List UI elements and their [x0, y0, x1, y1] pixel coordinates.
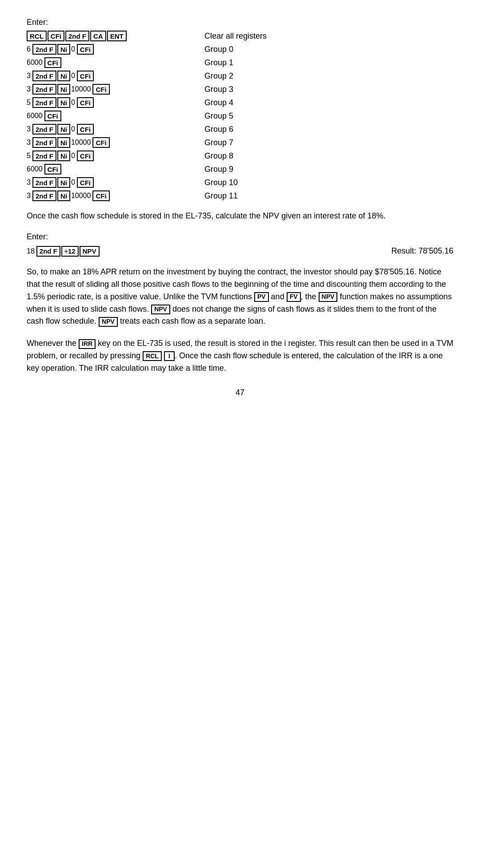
calculator-key: Ni	[57, 71, 70, 81]
calculator-key: CFi	[44, 111, 61, 121]
paragraph-2: So, to make an 18% APR return on the inv…	[27, 266, 453, 328]
key-row-left: 3 2nd FNi10000 CFi	[27, 190, 178, 201]
group-label: Group 5	[204, 111, 233, 121]
calculator-key: 2nd F	[36, 246, 60, 257]
group-label: Group 1	[204, 58, 233, 67]
number-value: 18	[27, 247, 35, 255]
key-row: 3 2nd FNi0 CFiGroup 2	[27, 71, 453, 81]
number-value: 10000	[71, 85, 91, 93]
group-label: Group 7	[204, 138, 233, 147]
calculator-key: 2nd F	[32, 44, 56, 55]
key-row-left: 6 2nd FNi0 CFi	[27, 44, 178, 55]
calculator-key: CFi	[44, 57, 61, 68]
rcl-key-inline: RCL	[143, 351, 162, 361]
number-value: 0	[71, 178, 75, 186]
key-row-left: 3 2nd FNi10000 CFi	[27, 137, 178, 148]
number-value: 3	[27, 178, 31, 186]
enter-label: Enter:	[27, 18, 453, 27]
number-value: 0	[71, 125, 75, 133]
irr-key-inline: IRR	[79, 339, 96, 349]
group-label: Group 0	[204, 45, 233, 54]
number-value: 6000	[27, 112, 43, 120]
key-row: 3 2nd FNi10000 CFiGroup 7	[27, 137, 453, 148]
calculator-key: 2nd F	[32, 137, 56, 148]
key-row-left: 6000 CFi	[27, 111, 178, 121]
number-value: 6000	[27, 59, 43, 67]
number-value: 10000	[71, 192, 91, 200]
calculator-key: 2nd F	[65, 31, 89, 41]
calculator-key: 2nd F	[32, 177, 56, 188]
calculator-key: 2nd F	[32, 190, 56, 201]
number-value: 0	[71, 45, 75, 53]
calculator-key: Ni	[57, 44, 70, 55]
key-row: 6000 CFiGroup 9	[27, 164, 453, 174]
calculator-key: CFi	[92, 190, 109, 201]
npv-result-row: 18 2nd F÷12NPV Result: 78'505.16	[27, 246, 453, 257]
calculator-key: CFi	[48, 31, 64, 41]
calculator-key: 2nd F	[32, 71, 56, 81]
key-row: 5 2nd FNi0 CFiGroup 8	[27, 151, 453, 161]
calculator-key: CFi	[77, 71, 94, 81]
calculator-key: 2nd F	[32, 84, 56, 95]
number-value: 6000	[27, 165, 43, 173]
paragraph-1: Once the cash flow schedule is stored in…	[27, 210, 453, 222]
calculator-key: 2nd F	[32, 97, 56, 108]
key-row: 3 2nd FNi10000 CFiGroup 11	[27, 190, 453, 201]
npv-result: Result: 78'505.16	[391, 246, 453, 256]
group-label: Group 3	[204, 85, 233, 94]
number-value: 3	[27, 139, 31, 147]
calculator-key: CFi	[77, 44, 94, 55]
calculator-key: Ni	[57, 84, 70, 95]
calculator-key: CFi	[92, 84, 109, 95]
calculator-key: CFi	[77, 124, 94, 135]
key-row: 5 2nd FNi0 CFiGroup 4	[27, 97, 453, 108]
group-label: Clear all registers	[204, 32, 267, 41]
calculator-key: Ni	[57, 97, 70, 108]
calculator-key: RCL	[27, 31, 47, 41]
number-value: 3	[27, 125, 31, 133]
key-row: 6 2nd FNi0 CFiGroup 0	[27, 44, 453, 55]
key-row: 6000 CFiGroup 1	[27, 57, 453, 68]
calculator-key: CFi	[77, 177, 94, 188]
calculator-key: CFi	[77, 151, 94, 161]
key-row: 3 2nd FNi10000 CFiGroup 3	[27, 84, 453, 95]
group-label: Group 4	[204, 98, 233, 107]
page-number: 47	[27, 388, 453, 397]
number-value: 0	[71, 152, 75, 160]
calculator-key: ENT	[107, 31, 127, 41]
key-row-left: 3 2nd FNi0 CFi	[27, 124, 178, 135]
number-value: 6	[27, 45, 31, 53]
number-value: 5	[27, 99, 31, 107]
key-row-left: 5 2nd FNi0 CFi	[27, 151, 178, 161]
key-row-left: 3 2nd FNi0 CFi	[27, 177, 178, 188]
calculator-key: ÷12	[61, 246, 79, 257]
group-label: Group 9	[204, 165, 233, 174]
npv-key-inline2: NPV	[151, 305, 170, 314]
calculator-key: CFi	[92, 137, 109, 148]
group-label: Group 2	[204, 71, 233, 81]
key-row-left: 6000 CFi	[27, 164, 178, 174]
key-table: RCLCFi2nd FCAENTClear all registers6 2nd…	[27, 31, 453, 201]
group-label: Group 11	[204, 191, 238, 201]
calculator-key: NPV	[80, 246, 100, 257]
key-row: 3 2nd FNi0 CFiGroup 6	[27, 124, 453, 135]
calculator-key: Ni	[57, 190, 70, 201]
npv-key-inline1: NPV	[319, 292, 338, 302]
group-label: Group 8	[204, 151, 233, 161]
number-value: 3	[27, 85, 31, 93]
calculator-key: CA	[90, 31, 106, 41]
paragraph-3: Whenever the IRR key on the EL-735 is us…	[27, 337, 453, 375]
fv-key-inline: FV	[287, 292, 301, 302]
npv-keys: 18 2nd F÷12NPV	[27, 246, 100, 257]
key-row: 6000 CFiGroup 5	[27, 111, 453, 121]
number-value: 0	[71, 99, 75, 107]
enter-label-2: Enter:	[27, 232, 453, 242]
key-row: RCLCFi2nd FCAENTClear all registers	[27, 31, 453, 41]
number-value: 10000	[71, 139, 91, 147]
number-value: 0	[71, 72, 75, 80]
key-row-left: 3 2nd FNi0 CFi	[27, 71, 178, 81]
key-row: 3 2nd FNi0 CFiGroup 10	[27, 177, 453, 188]
page-content: Enter: RCLCFi2nd FCAENTClear all registe…	[27, 18, 453, 397]
pv-key-inline: PV	[254, 292, 269, 302]
number-value: 5	[27, 152, 31, 160]
